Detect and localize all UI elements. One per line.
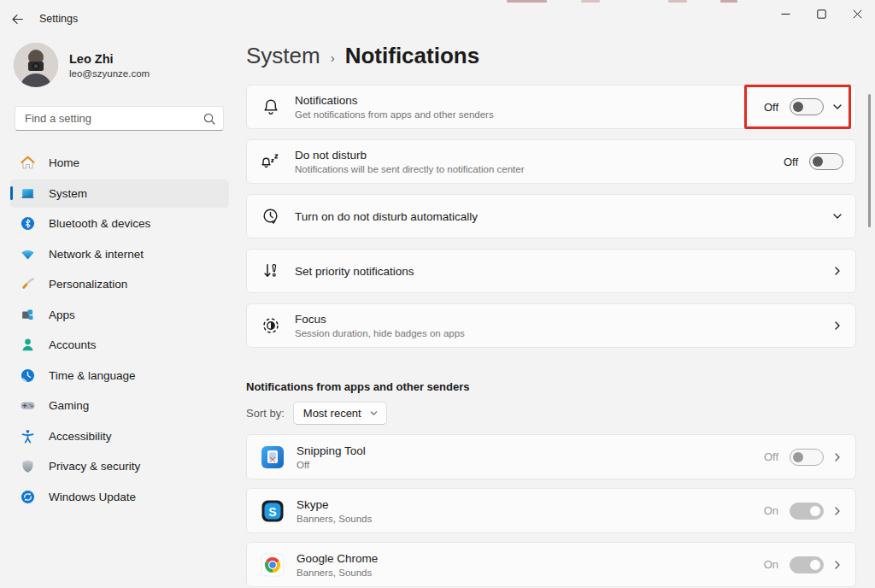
sidebar-item-accounts[interactable]: Accounts [10,331,229,359]
app-title: Settings [39,13,78,25]
close-icon [853,9,862,19]
system-icon [20,185,36,202]
svg-text:S: S [268,504,276,518]
snipping-tool-icon [261,445,285,469]
search-box[interactable] [15,106,224,131]
gaming-icon [20,397,36,414]
main-content: System › Notifications Notifications Get… [246,38,856,588]
skype-toggle[interactable] [790,503,824,520]
sort-dropdown-value: Most recent [303,407,361,420]
close-button[interactable] [839,0,875,27]
notifications-toggle[interactable] [790,98,824,115]
google-chrome-icon [261,553,285,577]
focus-icon [261,315,281,336]
toggle-state-label: Off [764,101,778,114]
sort-dropdown[interactable]: Most recent [293,402,387,425]
maximize-icon [817,9,826,19]
chevron-right-icon [831,265,843,277]
breadcrumb: System › Notifications [246,43,856,69]
google-chrome-toggle[interactable] [790,556,824,573]
card-subtitle: Get notifications from apps and other se… [295,109,764,120]
app-subtitle: Banners, Sounds [297,567,764,578]
app-row-google-chrome[interactable]: Google Chrome Banners, Sounds On [246,542,856,587]
card-title: Do not disturb [295,149,784,162]
sidebar-item-system[interactable]: System [10,179,229,208]
clock-schedule-icon [261,206,281,226]
sidebar-item-label: Accessibility [49,430,112,443]
sidebar-item-network[interactable]: Network & internet [10,240,229,268]
app-state-label: Off [764,450,778,463]
sidebar-item-privacy[interactable]: Privacy & security [10,452,229,480]
sidebar-item-label: Apps [49,309,75,321]
sidebar-item-label: Network & internet [49,248,144,261]
card-priority-notifications[interactable]: Set priority notifications [246,249,856,293]
chevron-right-icon [831,505,843,517]
sidebar-item-gaming[interactable]: Gaming [10,391,229,420]
app-row-snipping-tool[interactable]: Snipping Tool Off Off [246,434,856,479]
minimize-button[interactable] [767,0,803,27]
privacy-security-icon [20,458,36,474]
card-subtitle: Notifications will be sent directly to n… [295,164,784,174]
app-row-skype[interactable]: S Skype Banners, Sounds On [246,488,856,533]
breadcrumb-separator-icon: › [331,50,335,65]
profile-name: Leo Zhi [69,52,150,66]
sidebar-item-label: Privacy & security [49,460,140,473]
sidebar: Leo Zhi leo@szyunze.com Home System Blue… [0,38,239,513]
priority-icon [261,261,281,281]
sidebar-item-apps[interactable]: Apps [10,301,229,329]
app-name: Skype [297,498,764,511]
card-title: Turn on do not disturb automatically [295,210,835,223]
sidebar-item-label: Windows Update [49,491,136,503]
app-state-label: On [764,558,778,571]
windows-update-icon [20,489,36,505]
sidebar-item-label: System [49,187,87,200]
card-do-not-disturb[interactable]: Do not disturb Notifications will be sen… [246,139,856,184]
do-not-disturb-icon [261,151,281,172]
app-name: Google Chrome [297,552,764,565]
accounts-icon [20,337,36,353]
sidebar-item-label: Accounts [49,338,97,351]
minimize-icon [781,9,790,19]
sidebar-item-label: Personalization [49,278,127,291]
card-title: Set priority notifications [295,265,835,278]
apps-section-header: Notifications from apps and other sender… [246,380,856,393]
chevron-down-icon[interactable] [831,210,843,222]
search-input[interactable] [25,112,203,125]
app-subtitle: Banners, Sounds [297,514,764,524]
sidebar-item-accessibility[interactable]: Accessibility [10,422,229,450]
personalization-icon [20,276,36,292]
sidebar-item-home[interactable]: Home [10,149,229,177]
chevron-down-icon [369,409,379,418]
profile[interactable]: Leo Zhi leo@szyunze.com [0,38,239,92]
sidebar-item-label: Time & language [49,369,136,382]
sidebar-item-bluetooth[interactable]: Bluetooth & devices [10,209,229,238]
bell-icon [261,97,281,117]
sidebar-item-windows-update[interactable]: Windows Update [10,483,229,511]
chevron-down-icon[interactable] [831,101,843,113]
avatar [14,43,58,87]
card-focus[interactable]: Focus Session duration, hide badges on a… [246,303,856,348]
toggle-state-label: Off [784,156,798,168]
scrollbar-thumb[interactable] [868,94,871,227]
time-language-icon [20,368,36,384]
sidebar-item-personalization[interactable]: Personalization [10,270,229,298]
card-notifications[interactable]: Notifications Get notifications from app… [246,85,856,129]
sidebar-nav: Home System Bluetooth & devices Network … [0,149,239,511]
apps-icon [20,307,36,323]
network-icon [20,246,36,262]
card-title: Focus [295,313,835,326]
card-dnd-automatic[interactable]: Turn on do not disturb automatically [246,194,856,238]
chevron-right-icon [831,320,843,332]
chevron-right-icon [831,559,843,571]
card-title: Notifications [295,94,764,107]
titlebar: Settings [0,0,875,38]
do-not-disturb-toggle[interactable] [809,153,843,170]
snipping-tool-toggle[interactable] [790,449,824,466]
app-name: Snipping Tool [297,444,764,457]
back-button[interactable] [2,6,32,32]
maximize-button[interactable] [803,0,839,27]
sidebar-item-time-language[interactable]: Time & language [10,362,229,390]
breadcrumb-system[interactable]: System [246,43,320,69]
skype-icon: S [261,499,285,523]
home-icon [20,155,36,171]
